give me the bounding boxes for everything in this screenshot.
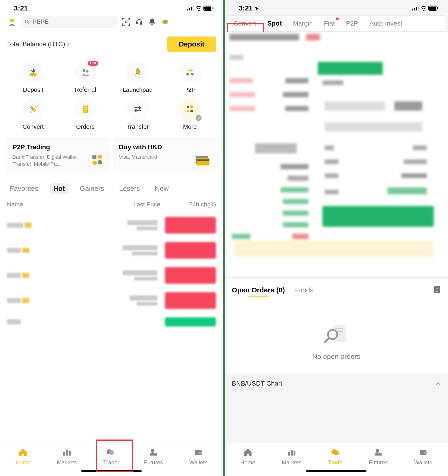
svg-point-38 bbox=[151, 449, 154, 453]
home-icon bbox=[243, 448, 252, 457]
svg-rect-25 bbox=[190, 110, 193, 112]
clock: 3:21 bbox=[14, 4, 28, 12]
tab-gainers[interactable]: Gainers bbox=[77, 183, 107, 194]
markets-icon bbox=[287, 448, 296, 457]
tab-hot[interactable]: Hot bbox=[50, 183, 67, 194]
quick-p2p[interactable]: P2P bbox=[164, 61, 216, 93]
nav-home[interactable]: Home bbox=[16, 447, 30, 466]
svg-rect-1 bbox=[189, 8, 190, 11]
futures-icon bbox=[149, 448, 158, 457]
balance-row: Total Balance (BTC) Deposit bbox=[0, 29, 223, 57]
svg-point-16 bbox=[191, 73, 194, 75]
avatar[interactable] bbox=[7, 17, 17, 27]
table-head: Name Last Price 24h chg% bbox=[0, 198, 223, 213]
svg-point-8 bbox=[25, 20, 28, 23]
quick-orders[interactable]: Orders bbox=[59, 98, 112, 130]
svg-rect-61 bbox=[294, 451, 295, 456]
tab-new[interactable]: New bbox=[152, 183, 171, 194]
orders-section: Open Orders (0) Funds No open orders bbox=[225, 278, 448, 374]
nav-futures[interactable]: Futures bbox=[144, 447, 163, 466]
trade-tab-p2p[interactable]: P2P bbox=[341, 16, 364, 31]
nav-futures[interactable]: Futures bbox=[369, 447, 388, 466]
tab-open-orders[interactable]: Open Orders (0) bbox=[232, 284, 285, 296]
deposit-button[interactable]: Deposit bbox=[167, 36, 216, 52]
support-icon[interactable] bbox=[134, 17, 144, 27]
quick-more[interactable]: More bbox=[164, 98, 216, 130]
trade-tab-autoinvest[interactable]: Auto-Invest bbox=[364, 16, 408, 31]
svg-point-14 bbox=[86, 70, 89, 73]
home-icon bbox=[18, 448, 28, 457]
trade-tabs: Convert Spot Margin Fiat P2P Auto-Invest bbox=[228, 15, 445, 32]
trade-icon bbox=[330, 448, 340, 457]
svg-rect-34 bbox=[66, 450, 68, 456]
hot-badge: Hot bbox=[88, 61, 98, 66]
svg-rect-50 bbox=[436, 288, 439, 289]
market-row[interactable] bbox=[7, 263, 216, 288]
battery-icon bbox=[428, 6, 438, 11]
scan-icon[interactable] bbox=[121, 17, 131, 27]
search-box[interactable] bbox=[20, 16, 118, 28]
wifi-icon bbox=[420, 6, 427, 11]
orderbook-area bbox=[225, 32, 448, 276]
convert-icon bbox=[28, 104, 38, 114]
nav-home[interactable]: Home bbox=[240, 447, 255, 466]
bell-icon[interactable] bbox=[147, 17, 157, 27]
market-row[interactable] bbox=[7, 288, 216, 313]
balance-label[interactable]: Total Balance (BTC) bbox=[7, 40, 70, 48]
svg-point-29 bbox=[98, 160, 102, 164]
svg-point-7 bbox=[10, 19, 14, 22]
svg-point-13 bbox=[83, 69, 85, 72]
quick-deposit[interactable]: Deposit bbox=[7, 61, 59, 93]
tab-favorites[interactable]: Favorites bbox=[7, 183, 41, 194]
coin-icon[interactable] bbox=[160, 17, 170, 27]
svg-rect-2 bbox=[191, 7, 192, 11]
nav-markets[interactable]: Markets bbox=[282, 447, 302, 466]
phone-left: 3:21 Total Balance (BTC) bbox=[0, 0, 223, 476]
svg-point-37 bbox=[109, 450, 114, 455]
quick-transfer[interactable]: Transfer bbox=[112, 98, 164, 130]
trade-tab-fiat[interactable]: Fiat bbox=[318, 16, 341, 31]
nav-trade[interactable]: Trade bbox=[328, 447, 342, 466]
chevron-up-icon bbox=[435, 382, 441, 385]
empty-state: No open orders bbox=[232, 296, 441, 374]
svg-rect-43 bbox=[414, 8, 415, 11]
quick-launchpad[interactable]: Launchpad bbox=[112, 61, 164, 93]
svg-point-15 bbox=[186, 73, 189, 75]
tab-funds[interactable]: Funds bbox=[294, 284, 313, 296]
card-buy-hkd[interactable]: Buy with HKD Visa, Mastercard bbox=[113, 137, 216, 173]
tab-losers[interactable]: Losers bbox=[116, 183, 143, 194]
markets-icon bbox=[62, 448, 72, 457]
nav-wallets[interactable]: Wallets bbox=[414, 447, 432, 466]
svg-line-58 bbox=[325, 338, 329, 342]
svg-rect-5 bbox=[204, 6, 211, 10]
status-icons bbox=[412, 6, 438, 11]
card-p2p-trading[interactable]: P2P Trading Bank Transfer, Digital Walle… bbox=[7, 137, 110, 173]
trade-icon bbox=[106, 448, 115, 457]
nav-markets[interactable]: Markets bbox=[57, 447, 77, 466]
card-icon bbox=[194, 154, 210, 167]
market-row[interactable] bbox=[7, 213, 216, 238]
svg-rect-51 bbox=[436, 289, 439, 290]
home-indicator bbox=[81, 470, 142, 472]
status-bar: 3:21 bbox=[225, 0, 448, 14]
nav-trade[interactable]: Trade bbox=[103, 447, 118, 466]
market-row[interactable] bbox=[7, 313, 216, 331]
search-input[interactable] bbox=[33, 18, 114, 25]
market-row[interactable] bbox=[7, 238, 216, 263]
svg-rect-23 bbox=[190, 105, 194, 109]
svg-rect-65 bbox=[375, 453, 381, 456]
document-icon[interactable] bbox=[434, 285, 441, 295]
trade-tab-spot[interactable]: Spot bbox=[262, 16, 287, 31]
quick-referral[interactable]: Hot Referral bbox=[59, 61, 112, 93]
location-icon bbox=[255, 6, 259, 11]
trade-tab-convert[interactable]: Convert bbox=[228, 16, 262, 31]
trade-tab-margin[interactable]: Margin bbox=[287, 16, 318, 31]
deposit-icon bbox=[28, 67, 38, 77]
svg-rect-35 bbox=[69, 451, 71, 456]
chart-collapse[interactable]: BNB/USDT Chart bbox=[225, 374, 448, 392]
svg-point-11 bbox=[164, 20, 168, 24]
notification-dot bbox=[336, 17, 339, 20]
nav-wallets[interactable]: Wallets bbox=[189, 447, 207, 466]
svg-rect-67 bbox=[424, 452, 427, 454]
quick-convert[interactable]: Convert bbox=[7, 98, 59, 130]
